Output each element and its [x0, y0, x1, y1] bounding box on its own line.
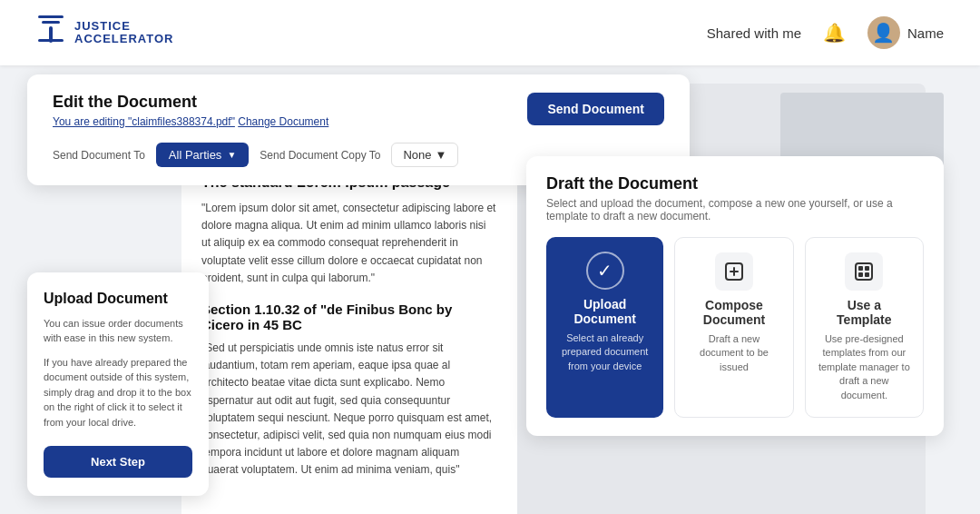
upload-doc-card: Upload Document You can issue order docu… [27, 272, 209, 497]
compose-icon [715, 252, 753, 291]
svg-rect-3 [38, 39, 64, 42]
bell-icon[interactable]: 🔔 [823, 22, 846, 44]
copy-dropdown[interactable]: None ▼ [391, 143, 458, 167]
upload-card-body1: You can issue order documents with ease … [44, 316, 192, 346]
avatar-wrapper: 👤 Name [867, 16, 944, 49]
template-option-title: Use aTemplate [817, 298, 912, 327]
logo-line1: JUSTICE [74, 20, 173, 33]
user-name: Name [907, 25, 944, 41]
upload-option-desc: Select an already prepared document from… [557, 331, 652, 373]
doc-body2: "Sed ut perspiciatis unde omnis iste nat… [201, 340, 497, 479]
change-document-link[interactable]: Change Document [238, 115, 328, 128]
navbar-right: Shared with me 🔔 👤 Name [707, 16, 944, 49]
send-document-button[interactable]: Send Document [527, 93, 664, 125]
compose-option-desc: Draft a new document to be issued [686, 332, 781, 374]
svg-rect-6 [858, 266, 863, 271]
template-option-desc: Use pre-designed templates from our temp… [817, 332, 912, 402]
upload-check-icon: ✓ [586, 252, 624, 290]
template-icon [845, 252, 883, 291]
draft-option-compose[interactable]: ComposeDocument Draft a new document to … [674, 237, 793, 418]
navbar: JUSTICE ACCELERATOR Shared with me 🔔 👤 N… [0, 0, 980, 65]
all-parties-dropdown[interactable]: All Parties ▼ [156, 143, 249, 167]
svg-rect-9 [865, 272, 869, 277]
svg-rect-7 [865, 266, 869, 271]
logo: JUSTICE ACCELERATOR [36, 14, 173, 53]
next-step-button[interactable]: Next Step [44, 446, 192, 478]
svg-rect-1 [42, 21, 60, 24]
upload-card-title: Upload Document [44, 291, 192, 307]
compose-option-title: ComposeDocument [686, 298, 781, 327]
draft-card: Draft the Document Select and upload the… [526, 156, 944, 436]
dropdown-arrow: ▼ [227, 150, 236, 160]
svg-rect-5 [856, 263, 872, 280]
logo-icon [36, 14, 65, 53]
all-parties-value: All Parties [169, 148, 222, 162]
shared-with-me-link[interactable]: Shared with me [707, 25, 801, 41]
subtitle-prefix: You are editing [53, 115, 128, 128]
svg-rect-0 [38, 15, 64, 18]
logo-line2: ACCELERATOR [74, 33, 173, 45]
svg-rect-8 [858, 272, 863, 277]
upload-card-body2: If you have already prepared the documen… [44, 355, 192, 430]
draft-option-upload[interactable]: ✓ UploadDocument Select an already prepa… [546, 237, 663, 418]
doc-body1: "Lorem ipsum dolor sit amet, consectetur… [201, 200, 497, 287]
upload-option-title: UploadDocument [557, 297, 652, 326]
avatar: 👤 [867, 16, 900, 49]
main-content: Edit the Document You are editing "claim… [0, 65, 980, 514]
copy-label: Send Document Copy To [260, 149, 380, 162]
doc-section-heading: Section 1.10.32 of "de Finibus Bonc by C… [201, 301, 497, 332]
copy-arrow: ▼ [436, 148, 447, 162]
copy-value: None [403, 148, 431, 162]
logo-text: JUSTICE ACCELERATOR [74, 20, 173, 46]
draft-option-template[interactable]: Use aTemplate Use pre-designed templates… [805, 237, 924, 418]
send-to-label: Send Document To [53, 149, 145, 162]
draft-options: ✓ UploadDocument Select an already prepa… [546, 237, 924, 418]
draft-card-title: Draft the Document [546, 174, 924, 193]
filename: "claimfiles388374.pdf" [128, 115, 235, 128]
draft-card-subtitle: Select and upload the document, compose … [546, 197, 924, 222]
doc-text-panel: The standard Lorem Ipsum passage "Lorem … [181, 156, 517, 514]
avatar-face: 👤 [872, 22, 895, 44]
